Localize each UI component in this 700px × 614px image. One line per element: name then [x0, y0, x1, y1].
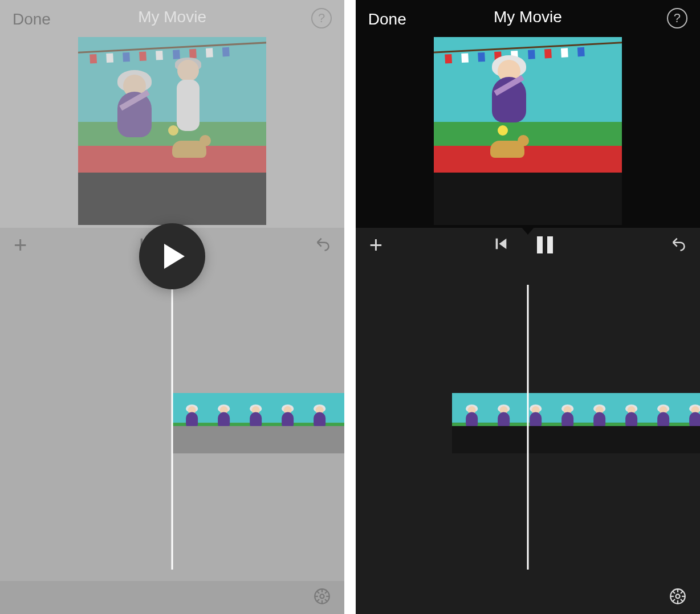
skip-back-icon — [493, 236, 509, 252]
undo-icon — [670, 236, 686, 252]
timeline[interactable] — [0, 262, 344, 581]
clip-thumbnail — [204, 393, 236, 426]
bottom-toolbar — [356, 581, 700, 614]
clip-thumbnail — [332, 393, 344, 426]
help-icon: ? — [318, 11, 325, 26]
video-preview[interactable] — [356, 34, 700, 228]
clip-thumbnail — [644, 393, 675, 426]
svg-line-9 — [325, 591, 327, 593]
undo-button[interactable] — [670, 236, 686, 254]
preview-frame — [434, 37, 622, 225]
undo-button[interactable] — [315, 236, 331, 254]
svg-line-20 — [681, 591, 683, 593]
svg-line-7 — [317, 591, 319, 593]
clip-thumbnail — [580, 393, 612, 426]
app-container: Done My Movie ? + — [0, 0, 700, 614]
svg-point-13 — [675, 594, 679, 598]
header: Done My Movie ? — [356, 0, 700, 34]
preview-image — [78, 37, 266, 225]
svg-line-19 — [681, 599, 683, 601]
clip-thumbnail — [268, 393, 300, 426]
skip-to-start-button[interactable] — [493, 236, 509, 254]
clip-thumbnail — [484, 393, 516, 426]
clip-thumbnail — [612, 393, 644, 426]
gear-icon — [668, 587, 687, 606]
help-icon: ? — [674, 11, 681, 26]
playhead-marker-icon — [521, 227, 535, 235]
project-title: My Movie — [138, 8, 206, 26]
help-button[interactable]: ? — [667, 8, 687, 28]
svg-line-10 — [317, 599, 319, 601]
clip-thumbnail — [452, 393, 484, 426]
bottom-toolbar — [0, 581, 344, 614]
edit-toolbar: + — [356, 228, 700, 262]
play-icon — [164, 244, 185, 269]
settings-button[interactable] — [312, 587, 332, 608]
timeline[interactable] — [356, 262, 700, 581]
clip-audio-track[interactable] — [172, 426, 344, 453]
screen-divider — [344, 0, 356, 614]
add-icon: + — [14, 232, 27, 257]
clip-thumbnail — [172, 393, 204, 426]
clip-thumbnail — [236, 393, 268, 426]
add-media-button[interactable]: + — [369, 232, 382, 258]
svg-rect-11 — [496, 239, 498, 249]
screen-left: Done My Movie ? + — [0, 0, 344, 614]
svg-point-2 — [320, 594, 324, 598]
clip-thumbnail — [548, 393, 580, 426]
undo-icon — [315, 236, 331, 252]
preview-frame — [78, 37, 266, 225]
clip-thumbnail — [300, 393, 332, 426]
playhead-line[interactable] — [172, 285, 173, 570]
done-button[interactable]: Done — [13, 10, 51, 28]
svg-line-21 — [673, 599, 675, 601]
gear-icon — [312, 587, 332, 606]
pause-icon — [537, 236, 553, 253]
settings-button[interactable] — [668, 587, 687, 608]
clip-thumbnail — [675, 393, 700, 426]
svg-line-8 — [325, 599, 327, 601]
done-button[interactable]: Done — [368, 10, 406, 28]
screen-right: Done My Movie ? + — [356, 0, 700, 614]
preview-image — [434, 37, 622, 225]
clip-audio-track[interactable] — [452, 426, 700, 453]
add-icon: + — [369, 232, 382, 257]
project-title: My Movie — [494, 8, 562, 26]
playhead-line[interactable] — [527, 285, 528, 570]
add-media-button[interactable]: + — [14, 232, 27, 258]
play-button[interactable] — [139, 223, 205, 289]
video-preview[interactable] — [0, 34, 344, 228]
pause-button[interactable] — [537, 236, 553, 253]
header: Done My Movie ? — [0, 0, 344, 34]
help-button[interactable]: ? — [311, 8, 332, 28]
svg-line-18 — [673, 591, 675, 593]
clip-thumbnail — [516, 393, 548, 426]
